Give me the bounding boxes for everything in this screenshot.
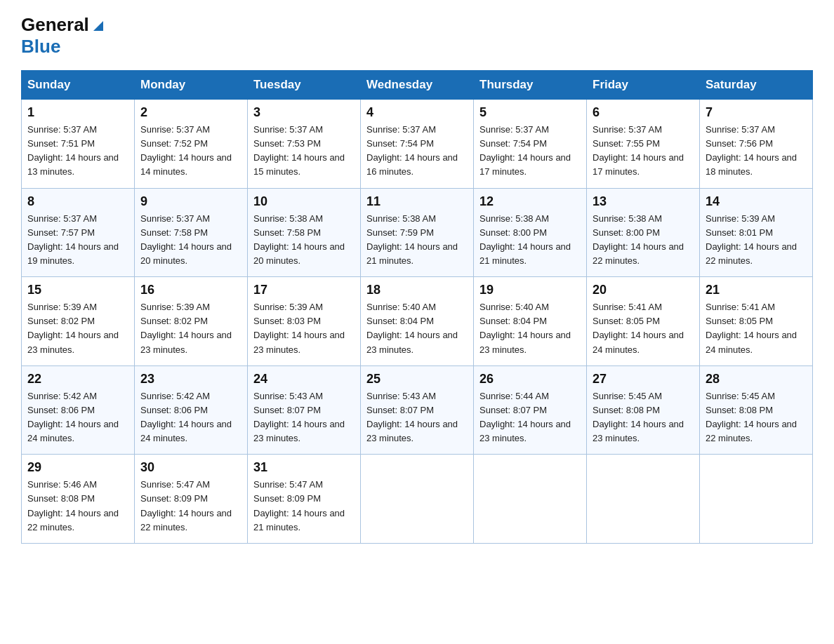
calendar-cell: 17 Sunrise: 5:39 AM Sunset: 8:03 PM Dayl… (248, 277, 361, 366)
day-info: Sunrise: 5:37 AM Sunset: 7:58 PM Dayligh… (140, 212, 241, 269)
day-number: 16 (140, 283, 241, 297)
calendar-cell: 20 Sunrise: 5:41 AM Sunset: 8:05 PM Dayl… (587, 277, 700, 366)
calendar-cell: 30 Sunrise: 5:47 AM Sunset: 8:09 PM Dayl… (135, 455, 248, 544)
calendar-cell: 15 Sunrise: 5:39 AM Sunset: 8:02 PM Dayl… (22, 277, 135, 366)
day-info: Sunrise: 5:41 AM Sunset: 8:05 PM Dayligh… (706, 300, 807, 357)
calendar-cell: 22 Sunrise: 5:42 AM Sunset: 8:06 PM Dayl… (22, 365, 135, 455)
day-number: 20 (593, 283, 694, 297)
calendar-cell: 11 Sunrise: 5:38 AM Sunset: 7:59 PM Dayl… (361, 188, 474, 277)
header-friday: Friday (587, 71, 700, 100)
day-number: 18 (366, 283, 468, 297)
day-info: Sunrise: 5:45 AM Sunset: 8:08 PM Dayligh… (593, 389, 694, 446)
day-info: Sunrise: 5:37 AM Sunset: 7:56 PM Dayligh… (706, 123, 807, 180)
day-number: 31 (253, 460, 355, 475)
calendar-cell: 16 Sunrise: 5:39 AM Sunset: 8:02 PM Dayl… (135, 277, 248, 366)
day-number: 27 (593, 372, 694, 387)
day-number: 5 (479, 105, 581, 120)
calendar-week-row: 1 Sunrise: 5:37 AM Sunset: 7:51 PM Dayli… (22, 100, 813, 189)
day-number: 22 (27, 372, 128, 387)
logo: General Blue (21, 14, 106, 58)
calendar-week-row: 8 Sunrise: 5:37 AM Sunset: 7:57 PM Dayli… (22, 188, 813, 277)
day-info: Sunrise: 5:40 AM Sunset: 8:04 PM Dayligh… (479, 300, 581, 357)
day-info: Sunrise: 5:38 AM Sunset: 8:00 PM Dayligh… (593, 212, 694, 269)
header-saturday: Saturday (700, 71, 813, 100)
logo-icon (91, 18, 106, 34)
header-wednesday: Wednesday (361, 71, 474, 100)
calendar-cell (587, 455, 700, 544)
day-info: Sunrise: 5:42 AM Sunset: 8:06 PM Dayligh… (140, 389, 241, 446)
calendar-cell (474, 455, 587, 544)
day-number: 23 (140, 372, 241, 387)
day-number: 4 (366, 105, 468, 120)
page-header: General Blue (21, 14, 813, 58)
calendar-week-row: 29 Sunrise: 5:46 AM Sunset: 8:08 PM Dayl… (22, 455, 813, 544)
day-number: 14 (706, 194, 807, 209)
day-info: Sunrise: 5:43 AM Sunset: 8:07 PM Dayligh… (253, 389, 355, 446)
day-number: 17 (253, 283, 355, 297)
day-number: 28 (706, 372, 807, 387)
day-number: 2 (140, 105, 241, 120)
calendar-cell: 27 Sunrise: 5:45 AM Sunset: 8:08 PM Dayl… (587, 365, 700, 455)
day-info: Sunrise: 5:39 AM Sunset: 8:03 PM Dayligh… (253, 300, 355, 357)
day-info: Sunrise: 5:38 AM Sunset: 7:59 PM Dayligh… (366, 212, 468, 269)
day-info: Sunrise: 5:38 AM Sunset: 7:58 PM Dayligh… (253, 212, 355, 269)
day-info: Sunrise: 5:45 AM Sunset: 8:08 PM Dayligh… (706, 389, 807, 446)
header-tuesday: Tuesday (248, 71, 361, 100)
day-number: 15 (27, 283, 128, 297)
calendar-cell: 8 Sunrise: 5:37 AM Sunset: 7:57 PM Dayli… (22, 188, 135, 277)
day-info: Sunrise: 5:47 AM Sunset: 8:09 PM Dayligh… (253, 478, 355, 535)
day-number: 1 (27, 105, 128, 120)
day-info: Sunrise: 5:47 AM Sunset: 8:09 PM Dayligh… (140, 478, 241, 535)
svg-marker-0 (93, 21, 103, 31)
day-info: Sunrise: 5:42 AM Sunset: 8:06 PM Dayligh… (27, 389, 128, 446)
calendar-week-row: 15 Sunrise: 5:39 AM Sunset: 8:02 PM Dayl… (22, 277, 813, 366)
calendar-cell: 6 Sunrise: 5:37 AM Sunset: 7:55 PM Dayli… (587, 100, 700, 189)
calendar-cell: 5 Sunrise: 5:37 AM Sunset: 7:54 PM Dayli… (474, 100, 587, 189)
calendar-cell (700, 455, 813, 544)
logo-general: General (21, 14, 89, 36)
calendar-cell: 18 Sunrise: 5:40 AM Sunset: 8:04 PM Dayl… (361, 277, 474, 366)
calendar-cell: 12 Sunrise: 5:38 AM Sunset: 8:00 PM Dayl… (474, 188, 587, 277)
day-info: Sunrise: 5:37 AM Sunset: 7:55 PM Dayligh… (593, 123, 694, 180)
day-info: Sunrise: 5:37 AM Sunset: 7:51 PM Dayligh… (27, 123, 128, 180)
logo-blue: Blue (21, 36, 60, 57)
day-info: Sunrise: 5:41 AM Sunset: 8:05 PM Dayligh… (593, 300, 694, 357)
day-info: Sunrise: 5:37 AM Sunset: 7:54 PM Dayligh… (479, 123, 581, 180)
day-number: 13 (593, 194, 694, 209)
calendar-cell: 9 Sunrise: 5:37 AM Sunset: 7:58 PM Dayli… (135, 188, 248, 277)
day-number: 6 (593, 105, 694, 120)
day-info: Sunrise: 5:37 AM Sunset: 7:52 PM Dayligh… (140, 123, 241, 180)
calendar-week-row: 22 Sunrise: 5:42 AM Sunset: 8:06 PM Dayl… (22, 365, 813, 455)
day-info: Sunrise: 5:37 AM Sunset: 7:57 PM Dayligh… (27, 212, 128, 269)
day-info: Sunrise: 5:37 AM Sunset: 7:54 PM Dayligh… (366, 123, 468, 180)
calendar-cell: 23 Sunrise: 5:42 AM Sunset: 8:06 PM Dayl… (135, 365, 248, 455)
calendar-cell: 24 Sunrise: 5:43 AM Sunset: 8:07 PM Dayl… (248, 365, 361, 455)
day-info: Sunrise: 5:39 AM Sunset: 8:02 PM Dayligh… (27, 300, 128, 357)
calendar-cell: 21 Sunrise: 5:41 AM Sunset: 8:05 PM Dayl… (700, 277, 813, 366)
day-number: 9 (140, 194, 241, 209)
calendar-cell: 19 Sunrise: 5:40 AM Sunset: 8:04 PM Dayl… (474, 277, 587, 366)
calendar-cell: 25 Sunrise: 5:43 AM Sunset: 8:07 PM Dayl… (361, 365, 474, 455)
day-number: 11 (366, 194, 468, 209)
day-number: 19 (479, 283, 581, 297)
calendar-header-row: SundayMondayTuesdayWednesdayThursdayFrid… (22, 71, 813, 100)
calendar-cell: 31 Sunrise: 5:47 AM Sunset: 8:09 PM Dayl… (248, 455, 361, 544)
calendar-cell: 3 Sunrise: 5:37 AM Sunset: 7:53 PM Dayli… (248, 100, 361, 189)
day-number: 7 (706, 105, 807, 120)
day-info: Sunrise: 5:38 AM Sunset: 8:00 PM Dayligh… (479, 212, 581, 269)
header-monday: Monday (135, 71, 248, 100)
calendar-table: SundayMondayTuesdayWednesdayThursdayFrid… (21, 70, 813, 544)
calendar-cell: 1 Sunrise: 5:37 AM Sunset: 7:51 PM Dayli… (22, 100, 135, 189)
day-info: Sunrise: 5:39 AM Sunset: 8:01 PM Dayligh… (706, 212, 807, 269)
day-number: 3 (253, 105, 355, 120)
day-number: 29 (27, 460, 128, 475)
day-number: 8 (27, 194, 128, 209)
header-sunday: Sunday (22, 71, 135, 100)
calendar-cell: 4 Sunrise: 5:37 AM Sunset: 7:54 PM Dayli… (361, 100, 474, 189)
calendar-cell: 28 Sunrise: 5:45 AM Sunset: 8:08 PM Dayl… (700, 365, 813, 455)
day-number: 12 (479, 194, 581, 209)
day-info: Sunrise: 5:46 AM Sunset: 8:08 PM Dayligh… (27, 478, 128, 535)
calendar-cell: 14 Sunrise: 5:39 AM Sunset: 8:01 PM Dayl… (700, 188, 813, 277)
header-thursday: Thursday (474, 71, 587, 100)
day-number: 24 (253, 372, 355, 387)
